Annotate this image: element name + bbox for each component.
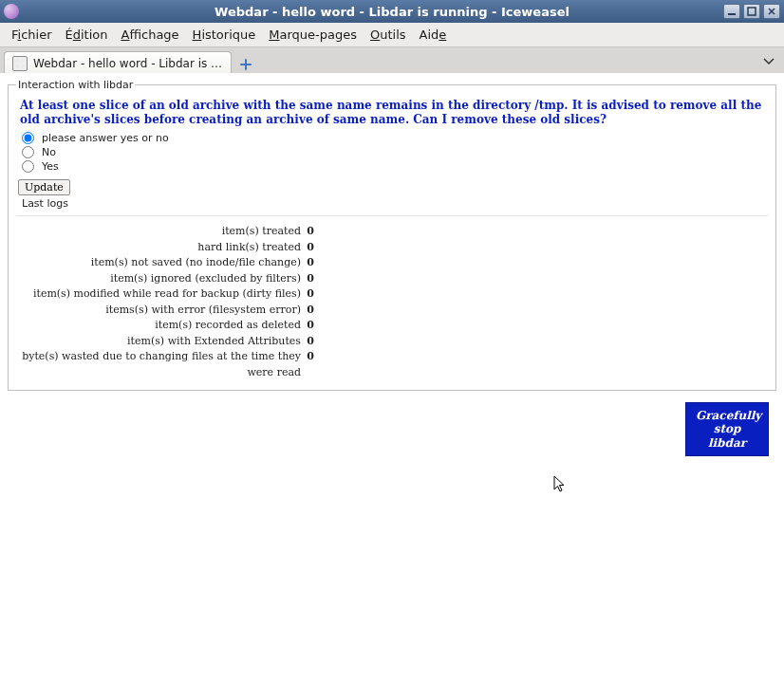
libdar-question: At least one slice of an old archive wit… — [16, 95, 768, 131]
menu-aide[interactable]: Aide — [414, 26, 453, 44]
stat-value: 0 — [301, 318, 314, 334]
page-content: Interaction with libdar At least one sli… — [0, 73, 784, 682]
svg-rect-1 — [748, 8, 756, 15]
menu-edition[interactable]: Édition — [60, 26, 114, 44]
favicon-icon — [12, 56, 28, 71]
stat-row: item(s) recorded as deleted0 — [16, 318, 768, 334]
answer-yes-label: Yes — [42, 160, 59, 173]
stat-row: hard link(s) treated0 — [16, 240, 768, 256]
stop-label-line2: stop libdar — [708, 422, 746, 449]
stat-value: 0 — [301, 224, 314, 240]
answer-no-option[interactable]: No — [16, 145, 768, 159]
menu-fichier[interactable]: Fichier — [6, 26, 58, 44]
stat-label: item(s) recorded as deleted — [16, 318, 301, 334]
stat-value: 0 — [301, 271, 314, 287]
stat-label: item(s) not saved (no inode/file change) — [16, 255, 301, 271]
menu-outils[interactable]: Outils — [364, 26, 412, 44]
tabbar: Webdar - hello word - Libdar is r… — [0, 47, 784, 75]
stat-row: item(s) with Extended Attributes0 — [16, 334, 768, 350]
stat-value: 0 — [301, 240, 314, 256]
answer-no-radio[interactable] — [22, 146, 34, 158]
answer-no-label: No — [42, 146, 56, 158]
stop-label-line1: Gracefully — [696, 409, 761, 422]
stat-value: 0 — [301, 349, 314, 365]
interaction-panel: Interaction with libdar At least one sli… — [8, 79, 776, 391]
stat-value: 0 — [301, 303, 314, 319]
interaction-legend: Interaction with libdar — [16, 79, 135, 91]
tab-current[interactable]: Webdar - hello word - Libdar is r… — [4, 51, 232, 74]
menu-affichage[interactable]: Affichage — [116, 26, 185, 44]
last-logs-heading: Last logs — [22, 197, 768, 210]
stat-row: items(s) with error (filesystem error)0 — [16, 303, 768, 319]
menu-historique[interactable]: Historique — [187, 26, 262, 44]
stat-value: 0 — [301, 255, 314, 271]
stat-value: 0 — [301, 334, 314, 350]
stat-row: byte(s) wasted due to changing files at … — [16, 349, 768, 380]
update-button[interactable]: Update — [18, 179, 70, 195]
answer-placeholder-radio[interactable] — [22, 132, 34, 144]
window-titlebar: Webdar - hello word - Libdar is running … — [0, 0, 784, 23]
tabs-dropdown-button[interactable] — [761, 53, 776, 68]
svg-rect-0 — [728, 13, 736, 15]
maximize-button[interactable] — [743, 4, 760, 19]
window-buttons — [723, 4, 780, 19]
stat-label: byte(s) wasted due to changing files at … — [16, 349, 301, 380]
gracefully-stop-libdar-button[interactable]: Gracefully stop libdar — [685, 402, 769, 456]
stat-value: 0 — [301, 286, 314, 303]
stat-row: item(s) ignored (excluded by filters)0 — [16, 271, 768, 287]
stat-label: item(s) treated — [16, 224, 301, 240]
stats-table: item(s) treated0 hard link(s) treated0 i… — [16, 215, 768, 380]
stat-row: item(s) treated0 — [16, 224, 768, 240]
answer-placeholder-option[interactable]: please answer yes or no — [16, 131, 768, 145]
stat-row: item(s) modified while read for backup (… — [16, 286, 768, 303]
window-title: Webdar - hello word - Libdar is running … — [0, 5, 784, 19]
menubar: Fichier Édition Affichage Historique Mar… — [0, 23, 784, 47]
stat-label: item(s) with Extended Attributes — [16, 334, 301, 350]
stat-label: item(s) modified while read for backup (… — [16, 286, 301, 303]
minimize-button[interactable] — [723, 4, 740, 19]
stat-label: hard link(s) treated — [16, 240, 301, 256]
answer-yes-radio[interactable] — [22, 160, 34, 173]
stat-label: items(s) with error (filesystem error) — [16, 303, 301, 319]
new-tab-button[interactable] — [235, 55, 256, 74]
menu-marque-pages[interactable]: Marque-pages — [263, 26, 363, 44]
answer-placeholder-label: please answer yes or no — [42, 132, 169, 144]
answer-yes-option[interactable]: Yes — [16, 159, 768, 174]
stat-row: item(s) not saved (no inode/file change)… — [16, 255, 768, 271]
tab-label: Webdar - hello word - Libdar is r… — [33, 57, 223, 70]
close-button[interactable] — [763, 4, 780, 19]
stat-label: item(s) ignored (excluded by filters) — [16, 271, 301, 287]
app-icon — [4, 4, 19, 19]
